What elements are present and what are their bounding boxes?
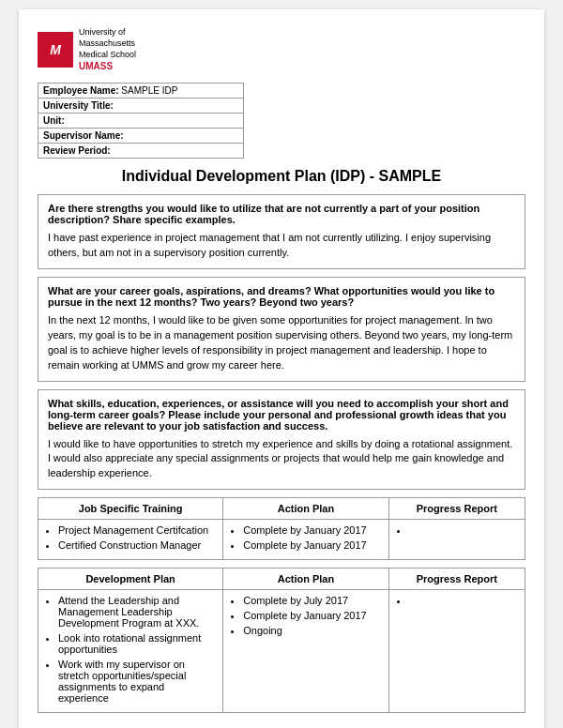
question-text-3: What skills, education, experiences, or … — [48, 398, 515, 432]
training-col2-header: Action Plan — [223, 498, 388, 520]
training-progress — [388, 520, 525, 560]
logo-icon: M — [50, 42, 61, 57]
dev-items: Attend the Leadership and Management Lea… — [38, 590, 223, 713]
logo-line1: University of — [79, 26, 136, 38]
dev-col3-header: Progress Report — [388, 569, 525, 590]
info-row-review: Review Period: — [38, 143, 244, 158]
answer-text-1: I have past experience in project manage… — [48, 231, 515, 261]
info-unit: Unit: — [38, 113, 244, 128]
dev-action-3: Ongoing — [243, 625, 381, 636]
info-supervisor: Supervisor Name: — [38, 128, 244, 143]
info-row-supervisor: Supervisor Name: — [38, 128, 244, 143]
question-section-3: What skills, education, experiences, or … — [38, 389, 525, 491]
info-review-period: Review Period: — [38, 143, 244, 158]
training-col3-header: Progress Report — [388, 498, 525, 520]
training-action-2: Complete by January 2017 — [243, 539, 381, 551]
dev-col1-header: Development Plan — [38, 569, 223, 590]
dev-item-1: Attend the Leadership and Management Lea… — [58, 595, 216, 629]
job-training-table: Job Specific Training Action Plan Progre… — [38, 497, 525, 560]
dev-item-2: Look into rotational assignment opportun… — [58, 632, 216, 655]
info-university-title: University Title: — [38, 98, 244, 113]
info-employee-name: Employee Name: SAMPLE IDP — [38, 83, 244, 98]
dev-progress — [388, 590, 525, 713]
info-row-employee: Employee Name: SAMPLE IDP — [38, 83, 244, 98]
development-plan-table: Development Plan Action Plan Progress Re… — [38, 568, 525, 713]
logo-line2: Massachusetts — [79, 38, 136, 49]
training-data-row: Project Management Certifcation Certifie… — [38, 520, 525, 560]
info-row-title: University Title: — [38, 98, 244, 113]
training-items: Project Management Certifcation Certifie… — [38, 520, 223, 560]
question-text-2: What are your career goals, aspirations,… — [48, 285, 515, 308]
employee-info-table: Employee Name: SAMPLE IDP University Tit… — [38, 83, 244, 159]
dev-progress-1 — [409, 595, 518, 606]
info-row-unit: Unit: — [38, 113, 244, 128]
training-progress-1 — [409, 524, 518, 536]
question-text-1: Are there strengths you would like to ut… — [48, 203, 515, 225]
dev-actions: Complete by July 2017 Complete by Januar… — [223, 590, 388, 713]
training-action-1: Complete by January 2017 — [243, 524, 381, 536]
training-header-row: Job Specific Training Action Plan Progre… — [38, 498, 525, 520]
dev-item-3: Work with my supervisor on stretch oppor… — [58, 659, 216, 704]
answer-text-3: I would like to have opportunities to st… — [48, 437, 515, 482]
dev-action-1: Complete by July 2017 — [243, 595, 381, 606]
training-col1-header: Job Specific Training — [38, 498, 223, 520]
question-section-2: What are your career goals, aspirations,… — [38, 277, 525, 382]
question-section-1: Are there strengths you would like to ut… — [38, 194, 525, 269]
dev-action-2: Complete by January 2017 — [243, 610, 381, 621]
dev-data-row: Attend the Leadership and Management Lea… — [38, 590, 525, 713]
logo-line3: Medical School — [79, 49, 136, 60]
dev-header-row: Development Plan Action Plan Progress Re… — [38, 569, 525, 590]
training-actions: Complete by January 2017 Complete by Jan… — [223, 520, 388, 560]
logo-text: University of Massachusetts Medical Scho… — [79, 26, 136, 73]
dev-col2-header: Action Plan — [223, 569, 388, 590]
page-title: Individual Development Plan (IDP) - SAMP… — [38, 168, 525, 185]
logo-box: M — [38, 32, 73, 68]
page: M University of Massachusetts Medical Sc… — [19, 9, 544, 728]
training-item-1: Project Management Certifcation — [58, 524, 216, 536]
answer-text-2: In the next 12 months, I would like to b… — [48, 313, 515, 373]
training-item-2: Certified Construction Manager — [58, 539, 216, 551]
logo-section: M University of Massachusetts Medical Sc… — [38, 26, 525, 73]
logo-umass: UMASS — [79, 60, 136, 73]
